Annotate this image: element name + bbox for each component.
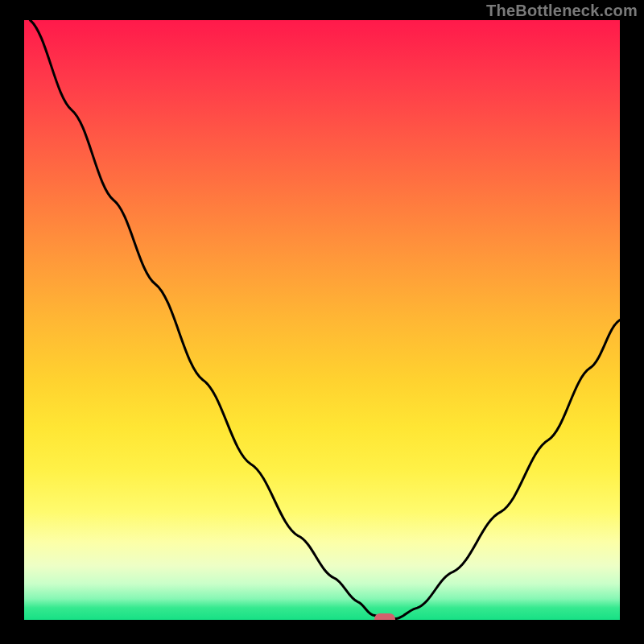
chart-frame: TheBottleneck.com (0, 0, 644, 644)
bottleneck-curve (24, 20, 620, 620)
plot-area (24, 20, 620, 620)
curve-path (30, 20, 620, 619)
optimal-marker (374, 613, 395, 621)
watermark-text: TheBottleneck.com (486, 2, 638, 20)
